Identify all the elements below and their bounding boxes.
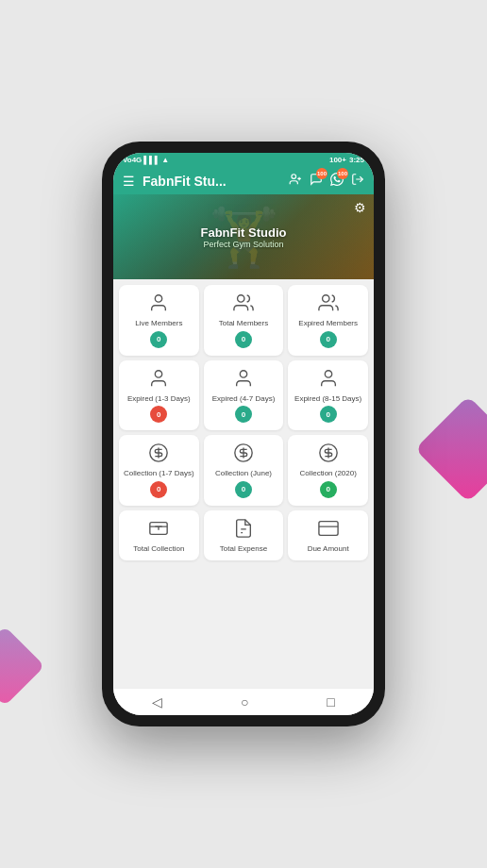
collection-2020-label: Collection (2020) — [299, 469, 356, 478]
svg-point-8 — [240, 370, 246, 376]
status-bar: Vo4G ▌▌▌ ▲ 100+ 3:25 — [113, 153, 374, 167]
phone-wrapper: Vo4G ▌▌▌ ▲ 100+ 3:25 ☰ FabnFit Stu... — [102, 142, 385, 726]
chat-icon[interactable]: 100 — [310, 173, 323, 189]
collection-2020-icon — [318, 442, 339, 466]
svg-point-7 — [156, 370, 162, 376]
expired-8-15-badge: 0 — [320, 406, 337, 423]
card-collection-june[interactable]: Collection (June) 0 — [204, 435, 284, 506]
card-total-expense[interactable]: Total Expense — [204, 510, 284, 561]
collection-1-7-badge: 0 — [150, 481, 167, 498]
total-members-icon — [233, 292, 254, 316]
status-right: 100+ 3:25 — [329, 156, 364, 164]
decorative-diamond-right — [414, 395, 487, 502]
total-expense-label: Total Expense — [220, 544, 267, 554]
collection-june-badge: 0 — [235, 481, 252, 498]
navbar: ☰ FabnFit Stu... 100 — [113, 167, 374, 194]
svg-point-5 — [238, 295, 244, 302]
svg-point-4 — [156, 295, 162, 302]
card-expired-4-7[interactable]: Expired (4-7 Days) 0 — [204, 360, 284, 431]
svg-rect-19 — [319, 521, 338, 535]
signal-icon: ▌▌▌ — [143, 156, 160, 164]
expired-1-3-icon — [148, 368, 169, 392]
total-expense-icon — [233, 518, 254, 542]
expired-4-7-icon — [233, 368, 254, 392]
card-collection-2020[interactable]: Collection (2020) 0 — [288, 435, 368, 506]
card-expired-8-15[interactable]: Expired (8-15 Days) 0 — [288, 360, 368, 431]
collection-june-label: Collection (June) — [215, 469, 272, 478]
live-members-badge: 0 — [150, 331, 167, 348]
expired-1-3-label: Expired (1-3 Days) — [127, 394, 191, 404]
cards-grid: Live Members 0 Total Members — [119, 285, 368, 560]
phone-outer: Vo4G ▌▌▌ ▲ 100+ 3:25 ☰ FabnFit Stu... — [102, 142, 385, 726]
expired-1-3-badge: 0 — [150, 406, 167, 423]
card-total-members[interactable]: Total Members 0 — [204, 285, 284, 356]
card-collection-1-7[interactable]: Collection (1-7 Days) 0 — [119, 435, 199, 506]
menu-icon[interactable]: ☰ — [123, 174, 135, 189]
decorative-diamond-left — [0, 626, 44, 707]
logout-icon[interactable] — [351, 173, 364, 189]
collection-1-7-icon — [148, 442, 169, 466]
total-collection-label: Total Collection — [133, 544, 184, 554]
cards-grid-container: Live Members 0 Total Members — [113, 279, 374, 688]
wifi-icon: ▲ — [161, 156, 169, 164]
svg-point-6 — [322, 295, 328, 302]
total-members-badge: 0 — [235, 331, 252, 348]
hero-title: FabnFit Studio — [201, 225, 287, 240]
card-live-members[interactable]: Live Members 0 — [119, 285, 199, 356]
card-due-amount[interactable]: Due Amount — [288, 510, 368, 561]
recents-button[interactable]: □ — [327, 694, 334, 709]
collection-1-7-label: Collection (1-7 Days) — [124, 469, 194, 478]
bottom-navigation: ◁ ○ □ — [113, 688, 374, 715]
total-members-label: Total Members — [219, 319, 268, 328]
card-expired-1-3[interactable]: Expired (1-3 Days) 0 — [119, 360, 199, 431]
live-members-icon — [148, 292, 169, 316]
expired-members-label: Expired Members — [298, 319, 358, 328]
live-members-label: Live Members — [135, 319, 182, 328]
hero-banner: ⚙ 🏋️ FabnFit Studio Perfect Gym Solution — [113, 194, 374, 279]
status-left: Vo4G ▌▌▌ ▲ — [123, 156, 169, 164]
phone-screen: Vo4G ▌▌▌ ▲ 100+ 3:25 ☰ FabnFit Stu... — [113, 153, 374, 715]
collection-june-icon — [233, 442, 254, 466]
whatsapp-badge: 100 — [337, 168, 348, 179]
hero-subtitle: Perfect Gym Solution — [203, 240, 283, 249]
chat-badge: 100 — [316, 168, 327, 179]
time-text: 3:25 — [349, 156, 364, 164]
collection-2020-badge: 0 — [320, 481, 337, 498]
expired-4-7-badge: 0 — [235, 406, 252, 423]
expired-8-15-icon — [318, 368, 339, 392]
svg-point-0 — [292, 175, 296, 179]
due-amount-icon — [318, 518, 339, 542]
expired-members-badge: 0 — [320, 331, 337, 348]
settings-icon[interactable]: ⚙ — [354, 200, 366, 215]
svg-point-9 — [325, 370, 331, 376]
expired-4-7-label: Expired (4-7 Days) — [212, 394, 276, 404]
card-total-collection[interactable]: Total Collection — [119, 510, 199, 561]
home-button[interactable]: ○ — [241, 694, 248, 709]
add-user-icon[interactable] — [289, 173, 302, 189]
back-button[interactable]: ◁ — [152, 694, 162, 709]
due-amount-label: Due Amount — [308, 544, 349, 554]
battery-text: 100+ — [329, 156, 346, 164]
app-title: FabnFit Stu... — [143, 174, 281, 189]
carrier-text: Vo4G — [123, 156, 142, 164]
card-expired-members[interactable]: Expired Members 0 — [288, 285, 368, 356]
total-collection-icon — [148, 518, 169, 542]
expired-8-15-label: Expired (8-15 Days) — [294, 394, 361, 404]
whatsapp-icon[interactable]: 100 — [330, 173, 344, 189]
expired-members-icon — [318, 292, 339, 316]
